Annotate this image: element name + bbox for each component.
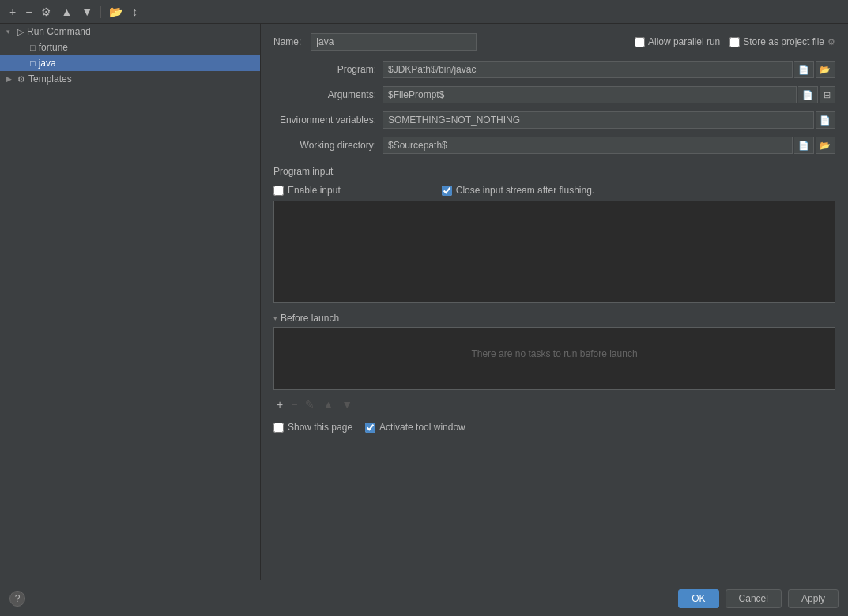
allow-parallel-checkbox[interactable]: [635, 37, 645, 47]
env-vars-input-wrap: 📄: [383, 111, 835, 129]
run-command-icon: ▷: [17, 27, 24, 37]
close-stream-checkbox[interactable]: [442, 186, 452, 196]
fortune-config-icon: □: [30, 43, 36, 52]
working-dir-browse-folder-button[interactable]: 📂: [816, 137, 835, 154]
store-project-label[interactable]: Store as project file ⚙: [729, 36, 835, 47]
apply-button[interactable]: Apply: [788, 589, 839, 608]
arguments-row: Arguments: 📄 ⊞: [273, 85, 835, 104]
move-up-button[interactable]: ▲: [58, 4, 75, 20]
arguments-input[interactable]: [383, 86, 797, 103]
templates-arrow: ▶: [6, 75, 14, 83]
before-launch-up-button[interactable]: ▲: [319, 396, 337, 412]
program-input-wrap: 📄 📂: [383, 61, 835, 78]
allow-parallel-label[interactable]: Allow parallel run: [635, 36, 720, 47]
program-row: Program: 📄 📂: [273, 60, 835, 79]
java-config-icon: □: [30, 58, 36, 68]
arguments-input-wrap: 📄 ⊞: [383, 86, 835, 103]
program-browse-folder-button[interactable]: 📂: [816, 61, 835, 78]
show-page-label[interactable]: Show this page: [273, 422, 352, 433]
before-launch-header[interactable]: ▾ Before launch: [273, 313, 835, 324]
program-input-section: Program input Enable input Close input s…: [273, 161, 835, 303]
close-stream-label[interactable]: Close input stream after flushing.: [442, 185, 594, 196]
tree-item-templates[interactable]: ▶ ⚙ Templates: [0, 71, 260, 87]
before-launch-box: There are no tasks to run before launch: [273, 327, 835, 390]
tree-item-fortune[interactable]: □ fortune: [0, 39, 260, 55]
name-label: Name:: [273, 36, 301, 47]
arguments-expand-button[interactable]: ⊞: [820, 86, 835, 103]
sort-button[interactable]: ↕: [129, 4, 141, 20]
fortune-label: fortune: [39, 42, 68, 53]
folder-button[interactable]: 📂: [106, 4, 126, 20]
program-input-textarea[interactable]: [273, 201, 835, 303]
working-dir-browse-file-button[interactable]: 📄: [794, 137, 814, 154]
env-vars-label: Environment variables:: [273, 115, 376, 126]
program-input-header: Program input: [273, 166, 835, 177]
bottom-checkboxes: Show this page Activate tool window: [273, 419, 835, 436]
left-panel: ▾ ▷ Run Command □ fortune □ java ▶ ⚙ Tem…: [0, 24, 261, 580]
before-launch-section: ▾ Before launch There are no tasks to ru…: [273, 310, 835, 436]
program-input-checkbox-row: Enable input Close input stream after fl…: [273, 185, 835, 196]
right-panel: Name: Allow parallel run Store as projec…: [261, 24, 848, 580]
program-browse-file-button[interactable]: 📄: [794, 61, 814, 78]
before-launch-remove-button[interactable]: −: [288, 396, 300, 412]
ok-button[interactable]: OK: [678, 589, 718, 608]
templates-icon: ⚙: [17, 74, 25, 85]
working-dir-input-wrap: 📄 📂: [383, 137, 835, 154]
templates-label: Templates: [28, 73, 72, 85]
program-label: Program:: [273, 64, 376, 75]
before-launch-down-button[interactable]: ▼: [338, 396, 356, 412]
move-down-button[interactable]: ▼: [78, 4, 96, 20]
before-launch-edit-button[interactable]: ✎: [302, 396, 318, 412]
run-command-label: Run Command: [27, 26, 91, 37]
before-launch-toolbar: + − ✎ ▲ ▼: [273, 393, 835, 415]
env-vars-input[interactable]: [383, 111, 814, 129]
add-config-button[interactable]: +: [6, 4, 19, 20]
name-row: Name: Allow parallel run Store as projec…: [273, 33, 835, 51]
cancel-button[interactable]: Cancel: [726, 589, 782, 608]
remove-config-button[interactable]: −: [22, 4, 35, 20]
activate-tool-checkbox[interactable]: [365, 423, 375, 433]
working-dir-row: Working directory: 📄 📂: [273, 136, 835, 155]
enable-input-label[interactable]: Enable input: [273, 185, 341, 196]
no-tasks-message: There are no tasks to run before launch: [279, 332, 830, 375]
java-label: java: [39, 58, 56, 69]
collapse-arrow: ▾: [6, 28, 14, 36]
program-input[interactable]: [383, 61, 793, 78]
before-launch-label: Before launch: [281, 313, 339, 324]
settings-button[interactable]: ⚙: [38, 4, 55, 20]
top-right-options: Allow parallel run Store as project file…: [635, 36, 835, 47]
before-launch-arrow: ▾: [273, 314, 277, 322]
store-project-checkbox[interactable]: [729, 37, 740, 47]
working-dir-input[interactable]: [383, 137, 793, 154]
env-vars-edit-button[interactable]: 📄: [816, 111, 835, 129]
main-content: ▾ ▷ Run Command □ fortune □ java ▶ ⚙ Tem…: [0, 24, 848, 580]
main-toolbar: + − ⚙ ▲ ▼ 📂 ↕: [0, 0, 848, 24]
tree-root-run-command[interactable]: ▾ ▷ Run Command: [0, 24, 260, 39]
store-icon: ⚙: [827, 37, 835, 47]
working-dir-label: Working directory:: [273, 140, 376, 151]
help-button[interactable]: ?: [9, 591, 25, 607]
tree-item-java[interactable]: □ java: [0, 55, 260, 71]
arguments-label: Arguments:: [273, 89, 376, 100]
activate-tool-label[interactable]: Activate tool window: [365, 422, 465, 433]
bottom-bar-right: OK Cancel Apply: [678, 589, 839, 608]
env-vars-row: Environment variables: 📄: [273, 111, 835, 130]
toolbar-separator: [100, 6, 101, 18]
show-page-checkbox[interactable]: [273, 423, 284, 433]
bottom-bar: ? OK Cancel Apply: [0, 580, 848, 616]
enable-input-checkbox[interactable]: [273, 186, 284, 196]
name-input[interactable]: [311, 33, 477, 51]
before-launch-add-button[interactable]: +: [273, 396, 286, 412]
arguments-insert-var-button[interactable]: 📄: [798, 86, 818, 103]
